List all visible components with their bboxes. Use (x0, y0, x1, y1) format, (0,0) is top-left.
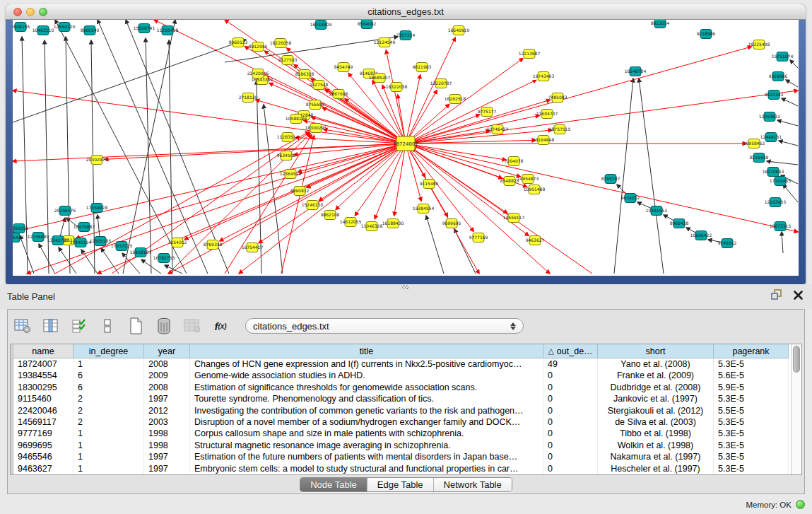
rows-icon[interactable] (98, 317, 117, 334)
table-cell[interactable]: de Silva et al. (2003) (598, 416, 714, 428)
table-cell[interactable]: Estimation of significance thresholds fo… (190, 382, 543, 393)
column-header-outde[interactable]: △out_de… (543, 344, 598, 358)
table-row[interactable]: 969969511998Structural magnetic resonanc… (13, 440, 791, 451)
tab-edge-table[interactable]: Edge Table (367, 478, 434, 491)
table-cell[interactable]: 0 (543, 370, 598, 381)
table-row[interactable]: 946362711997Embryonic stem cells: a mode… (13, 463, 791, 474)
table-cell[interactable]: Embryonic stem cells: a model to study s… (190, 463, 543, 474)
table-cell[interactable]: 22420046 (13, 405, 73, 416)
table-row[interactable]: 946554611997Estimation of the future num… (13, 451, 791, 462)
network-window-titlebar[interactable]: citations_edges.txt (6, 4, 806, 20)
table-cell[interactable]: Wolkin et al. (1998) (598, 440, 714, 451)
table-cell[interactable]: 9465546 (13, 451, 73, 462)
table-cell[interactable]: 5.3E-5 (714, 416, 789, 428)
table-cell[interactable]: 6 (73, 382, 144, 393)
tab-network-table[interactable]: Network Table (434, 478, 512, 491)
table-cell[interactable]: Tibbo et al. (1998) (598, 428, 714, 439)
float-panel-icon[interactable] (771, 289, 783, 303)
table-row[interactable]: 977716911998Corpus callosum shape and si… (13, 428, 791, 439)
close-panel-icon[interactable] (793, 290, 804, 303)
table-row[interactable]: 1456911722003Disruption of a novel membe… (13, 416, 791, 428)
column-header-name[interactable]: name (13, 344, 73, 358)
table-cell[interactable]: 2008 (144, 358, 190, 370)
citation-network-graph[interactable]: 1872400718300295912750316543382891295589… (13, 20, 799, 276)
table-cell[interactable]: Nakamura et al. (1997) (598, 451, 714, 462)
table-settings-icon[interactable] (13, 317, 32, 334)
table-cell[interactable]: 49 (543, 358, 598, 370)
table-cell[interactable]: 9115460 (13, 393, 73, 404)
table-cell[interactable]: 2 (73, 405, 144, 416)
table-cell[interactable]: Disruption of a novel member of a sodium… (190, 416, 543, 428)
table-cell[interactable]: 1998 (144, 440, 190, 451)
close-window-icon[interactable] (13, 8, 22, 16)
table-cell[interactable]: 2009 (144, 370, 190, 381)
table-cell[interactable]: Corpus callosum shape and size in male p… (190, 428, 543, 439)
table-row[interactable]: 911546021997Tourette syndrome. Phenomeno… (13, 393, 791, 404)
select-rows-icon[interactable] (70, 317, 88, 334)
table-cell[interactable]: 1997 (144, 463, 190, 474)
table-cell[interactable]: 14569117 (13, 416, 73, 428)
zoom-window-icon[interactable] (39, 8, 47, 16)
table-cell[interactable]: Hescheler et al. (1997) (598, 463, 714, 474)
table-cell[interactable]: 2012 (144, 405, 190, 416)
column-header-year[interactable]: year (144, 344, 190, 358)
column-header-short[interactable]: short (598, 344, 714, 358)
table-cell[interactable]: 5.3E-5 (714, 463, 789, 474)
tab-node-table[interactable]: Node Table (300, 478, 367, 491)
table-cell[interactable]: Yano et al. (2008) (598, 358, 714, 370)
table-cell[interactable]: 5.3E-5 (714, 451, 789, 462)
memory-ok-icon[interactable] (796, 500, 805, 509)
column-header-indegree[interactable]: in_degree (73, 344, 144, 358)
table-cell[interactable]: 5.3E-5 (714, 393, 789, 404)
table-row[interactable]: 1938455462009Genome-wide association stu… (13, 370, 791, 381)
table-row[interactable]: 1830029562008Estimation of significance … (13, 382, 791, 393)
table-row[interactable]: 2242004622012Investigating the contribut… (13, 405, 791, 416)
table-cell[interactable]: Dudbridge et al. (2008) (598, 382, 714, 393)
table-cell[interactable]: 1 (73, 358, 144, 370)
table-cell[interactable]: 18724007 (13, 358, 73, 370)
table-cell[interactable]: 1997 (144, 451, 190, 462)
table-cell[interactable]: 9699695 (13, 440, 73, 451)
table-cell[interactable]: Stergiakouli et al. (2012) (598, 405, 714, 416)
delete-column-icon[interactable] (155, 317, 173, 334)
table-cell[interactable]: 1 (73, 428, 144, 439)
table-cell[interactable]: 1 (73, 440, 144, 451)
table-cell[interactable]: Franke et al. (2009) (598, 370, 714, 381)
splitter-grip-icon[interactable] (401, 285, 408, 289)
table-cell[interactable]: Genome-wide association studies in ADHD. (190, 370, 543, 381)
table-cell[interactable]: 9463627 (13, 463, 73, 474)
table-cell[interactable]: 0 (543, 393, 598, 404)
table-cell[interactable]: 1998 (144, 428, 190, 439)
table-cell[interactable]: Jankovic et al. (1997) (598, 393, 714, 404)
table-cell[interactable]: 5.6E-5 (714, 370, 789, 381)
column-header-title[interactable]: title (190, 344, 543, 358)
scrollbar-thumb[interactable] (793, 346, 800, 373)
table-select-dropdown[interactable]: citations_edges.txt (245, 318, 524, 334)
table-cell[interactable]: 6 (73, 370, 144, 381)
table-cell[interactable]: Investigating the contribution of common… (190, 405, 543, 416)
network-graph-canvas[interactable]: 1872400718300295912750316543382891295589… (13, 20, 799, 276)
table-cell[interactable]: 9777169 (13, 428, 73, 439)
table-cell[interactable]: 2003 (144, 416, 190, 428)
function-builder-icon[interactable]: f(x) (211, 317, 230, 334)
table-cell[interactable]: 5.9E-5 (714, 382, 789, 393)
table-cell[interactable]: 1997 (144, 393, 190, 404)
new-document-icon[interactable] (126, 317, 145, 334)
table-cell[interactable]: 5.3E-5 (714, 428, 789, 439)
table-cell[interactable]: 0 (543, 428, 598, 439)
table-cell[interactable]: 18300295 (13, 382, 73, 393)
table-cell[interactable]: 0 (543, 405, 598, 416)
table-cell[interactable]: 2008 (144, 382, 190, 393)
table-cell[interactable]: 19384554 (13, 370, 73, 381)
table-cell[interactable]: 5.5E-5 (714, 405, 789, 416)
table-cell[interactable]: Changes of HCN gene expression and I(f) … (190, 358, 543, 370)
table-cell[interactable]: 0 (543, 416, 598, 428)
table-cell[interactable]: 0 (543, 382, 598, 393)
table-columns-icon[interactable] (42, 317, 60, 334)
table-cell[interactable]: 0 (543, 440, 598, 451)
table-cell[interactable]: 2 (73, 393, 144, 404)
table-cell[interactable]: Structural magnetic resonance image aver… (190, 440, 543, 451)
table-cell[interactable]: 1 (73, 451, 144, 462)
table-cell[interactable]: 0 (543, 463, 598, 474)
table-cell[interactable]: Estimation of the future numbers of pati… (190, 451, 543, 462)
